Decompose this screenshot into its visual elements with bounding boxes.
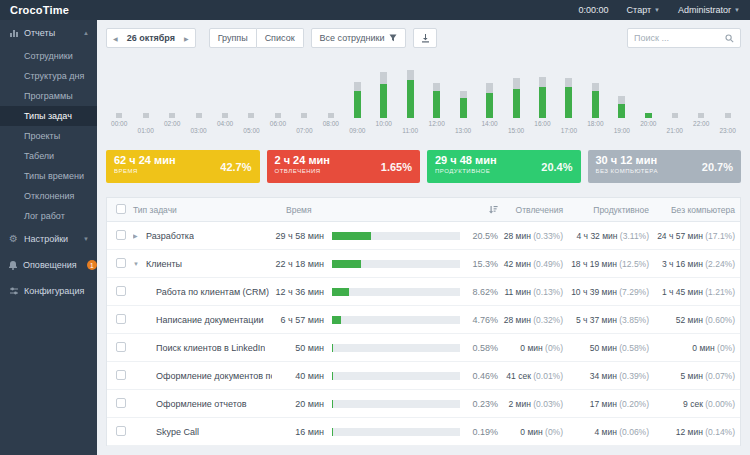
chart-empty-mark xyxy=(725,113,731,118)
table-row[interactable]: ▶Разработка29 ч 58 мин20.5%28 мин (0.33%… xyxy=(107,222,740,250)
sidebar-item-9[interactable]: Лог работ xyxy=(0,206,97,226)
task-name[interactable]: Работа по клиентам (CRM) xyxy=(156,287,269,297)
header-task-type[interactable]: Тип задачи xyxy=(133,205,272,215)
sidebar-item-8[interactable]: Отклонения xyxy=(0,186,97,206)
chart-bar-23:00[interactable]: 23:00 xyxy=(714,60,740,138)
table-row[interactable]: Оформление документов по сделк...40 мин0… xyxy=(107,362,740,390)
chart-bar-22:00[interactable]: 22:00 xyxy=(688,60,714,138)
offline-cell: 1 ч 45 мин (1.21%) xyxy=(654,287,740,297)
header-distractions[interactable]: Отвлечения xyxy=(502,205,568,215)
chart-other-segment xyxy=(407,70,414,80)
sidebar-item-5[interactable]: Проекты xyxy=(0,126,97,146)
chart-bar-11:00[interactable]: 11:00 xyxy=(397,60,423,138)
table-row[interactable]: Написание документации6 ч 57 мин4.76%28 … xyxy=(107,306,740,334)
chart-bar-17:00[interactable]: 17:00 xyxy=(556,60,582,138)
employees-filter-button[interactable]: Все сотрудники xyxy=(311,28,407,48)
chart-bar-12:00[interactable]: 12:00 xyxy=(423,60,449,138)
chart-bar-14:00[interactable]: 14:00 xyxy=(476,60,502,138)
next-day-button[interactable]: ▶ xyxy=(178,29,195,47)
task-name[interactable]: Оформление документов по сделк... xyxy=(156,371,272,381)
row-checkbox[interactable] xyxy=(116,342,126,352)
table-row[interactable]: Оформление отчетов20 мин0.23%2 мин (0.03… xyxy=(107,390,740,418)
chart-bar-06:00[interactable]: 06:00 xyxy=(265,60,291,138)
sidebar-report-items: СотрудникиСтруктура дняПрограммыТипы зад… xyxy=(0,46,97,226)
time-bar xyxy=(332,316,460,324)
offline-cell: 0 мин (0%) xyxy=(654,343,740,353)
chart-bar-21:00[interactable]: 21:00 xyxy=(662,60,688,138)
header-offline[interactable]: Без компьютера xyxy=(654,205,740,215)
chart-productive-segment xyxy=(407,80,414,118)
task-name[interactable]: Разработка xyxy=(146,231,194,241)
sidebar-item-7[interactable]: Типы времени xyxy=(0,166,97,186)
expand-icon[interactable]: ▶ xyxy=(133,232,141,239)
row-checkbox[interactable] xyxy=(116,398,126,408)
row-checkbox[interactable] xyxy=(116,426,126,436)
sliders-icon xyxy=(8,286,19,296)
select-all-checkbox[interactable] xyxy=(116,204,126,214)
sidebar-item-notifications[interactable]: Оповещения 1 xyxy=(0,252,97,278)
productive-cell: 18 ч 19 мин (12.5%) xyxy=(568,259,654,269)
chart-bar-18:00[interactable]: 18:00 xyxy=(582,60,608,138)
chart-other-segment xyxy=(460,91,467,98)
chart-bar-19:00[interactable]: 19:00 xyxy=(609,60,635,138)
chart-bar-20:00[interactable]: 20:00 xyxy=(635,60,661,138)
prev-day-button[interactable]: ◀ xyxy=(107,29,124,47)
chart-empty-mark xyxy=(328,113,334,118)
task-name[interactable]: Клиенты xyxy=(146,259,182,269)
chart-bar-15:00[interactable]: 15:00 xyxy=(503,60,529,138)
app-logo: CrocoTime xyxy=(10,4,96,16)
sidebar-item-1[interactable]: Сотрудники xyxy=(0,46,97,66)
start-timer-dropdown[interactable]: Старт ▼ xyxy=(627,5,660,15)
task-name[interactable]: Оформление отчетов xyxy=(156,399,247,409)
table-row[interactable]: Skype Call16 мин0.19%0 мин (0%)4 мин (0.… xyxy=(107,418,740,446)
download-button[interactable] xyxy=(413,28,437,48)
chart-bar-13:00[interactable]: 13:00 xyxy=(450,60,476,138)
groups-button[interactable]: Группы xyxy=(209,28,257,48)
chart-bar-05:00[interactable]: 05:00 xyxy=(238,60,264,138)
chart-other-segment xyxy=(513,78,520,89)
sidebar-section-settings[interactable]: ⚙ Настройки ▼ xyxy=(0,226,97,252)
time-value: 20 мин xyxy=(272,399,332,409)
expand-icon[interactable]: ▼ xyxy=(133,261,141,267)
chart-bar-01:00[interactable]: 01:00 xyxy=(132,60,158,138)
task-name[interactable]: Skype Call xyxy=(156,427,199,437)
chart-bar-07:00[interactable]: 07:00 xyxy=(291,60,317,138)
sort-descending-icon[interactable] xyxy=(466,205,502,214)
search-box xyxy=(627,28,741,48)
time-bar xyxy=(332,344,460,352)
chart-bar-08:00[interactable]: 08:00 xyxy=(318,60,344,138)
search-icon[interactable] xyxy=(725,34,734,43)
row-checkbox[interactable] xyxy=(116,286,126,296)
table-row[interactable]: Поиск клиентов в LinkedIn50 мин0.58%0 ми… xyxy=(107,334,740,362)
header-productive[interactable]: Продуктивное xyxy=(568,205,654,215)
row-checkbox[interactable] xyxy=(116,314,126,324)
row-checkbox[interactable] xyxy=(116,258,126,268)
sidebar-item-4[interactable]: Типы задач xyxy=(0,106,97,126)
task-name[interactable]: Написание документации xyxy=(156,315,264,325)
date-button[interactable]: 26 октября xyxy=(124,33,178,43)
chart-hour-label: 01:00 xyxy=(138,127,154,145)
table-row[interactable]: Работа по клиентам (CRM)12 ч 36 мин8.62%… xyxy=(107,278,740,306)
chart-bar-09:00[interactable]: 09:00 xyxy=(344,60,370,138)
row-checkbox[interactable] xyxy=(116,230,126,240)
list-button[interactable]: Список xyxy=(257,28,304,48)
chart-bar-00:00[interactable]: 00:00 xyxy=(106,60,132,138)
sidebar-section-reports[interactable]: Отчеты ▲ xyxy=(0,20,97,46)
header-time[interactable]: Время xyxy=(272,205,332,215)
search-input[interactable] xyxy=(634,33,721,43)
table-row[interactable]: ▼Клиенты22 ч 18 мин15.3%42 мин (0.49%)18… xyxy=(107,250,740,278)
chart-productive-segment xyxy=(513,89,520,118)
task-name[interactable]: Поиск клиентов в LinkedIn xyxy=(156,343,265,353)
sidebar-item-configuration[interactable]: Конфигурация xyxy=(0,278,97,304)
sidebar-item-2[interactable]: Структура дня xyxy=(0,66,97,86)
user-menu[interactable]: Administrator ▼ xyxy=(678,5,740,15)
chart-bar-03:00[interactable]: 03:00 xyxy=(185,60,211,138)
chart-bar-16:00[interactable]: 16:00 xyxy=(529,60,555,138)
chart-bar-10:00[interactable]: 10:00 xyxy=(371,60,397,138)
sidebar-item-6[interactable]: Табели xyxy=(0,146,97,166)
chart-bar-02:00[interactable]: 02:00 xyxy=(159,60,185,138)
row-checkbox[interactable] xyxy=(116,370,126,380)
sidebar-item-3[interactable]: Программы xyxy=(0,86,97,106)
time-bar-fill xyxy=(332,260,361,268)
chart-bar-04:00[interactable]: 04:00 xyxy=(212,60,238,138)
